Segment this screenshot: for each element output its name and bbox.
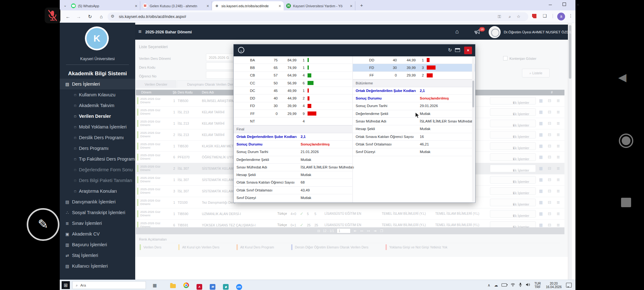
sidebar-item[interactable]: ▤ Ders İşlemleri <box>60 79 135 89</box>
row-schedule-icon[interactable]: ▦ <box>539 163 543 174</box>
password-key-icon[interactable]: ⚿ <box>498 14 501 19</box>
user-avatar[interactable] <box>489 26 501 38</box>
row-schedule-icon[interactable]: ▦ <box>539 141 543 152</box>
sidebar-item[interactable]: ▣ Akademik CV <box>60 229 135 239</box>
tab-verilen-dersler[interactable]: Verilen Dersler <box>136 80 176 88</box>
tab-close-icon[interactable]: × <box>279 4 281 8</box>
browser-tab[interactable]: ⊕ sis.kayseri.edu.tr/oibs/acd/inde × <box>212 1 284 10</box>
back-button[interactable]: ← <box>64 13 72 20</box>
ek-islemler-button[interactable]: Ek İşlemler ▾ <box>490 120 536 127</box>
grade-row[interactable]: FD 30 39,99 4 <box>234 102 352 110</box>
mic-muted-overlay[interactable] <box>45 8 60 23</box>
row-print-icon[interactable]: ⊟ <box>548 107 551 118</box>
onedrive-cloud-icon[interactable]: ☁ <box>494 283 498 287</box>
row-schedule-icon[interactable]: ▦ <box>539 197 543 208</box>
row-print-icon[interactable]: ⊟ <box>548 186 551 197</box>
browser-tab[interactable]: ☎ (5) WhatsApp × <box>69 1 140 10</box>
last-page-icon[interactable]: ↠ <box>374 229 377 233</box>
prev-page-icon[interactable]: ↢ <box>360 229 364 233</box>
menu-hamburger-icon[interactable]: ≡ <box>138 29 142 35</box>
sidebar-item[interactable]: ▥ Başvuru İşlemleri <box>60 239 135 250</box>
language-indicator[interactable]: TURTRF <box>534 282 541 289</box>
browser-tab[interactable]: M Gelen Kutusu (3.248) - ahmetn × <box>140 1 212 10</box>
app-icon[interactable]: ◆ <box>222 281 230 289</box>
extensions-icon[interactable]: ❑ <box>543 13 547 18</box>
row-list-icon[interactable]: ≣ <box>557 129 560 140</box>
home-button[interactable]: ⌂ <box>97 13 105 20</box>
profile-avatar[interactable]: a <box>557 13 565 20</box>
modal-scrollbar[interactable] <box>472 56 475 202</box>
page-select[interactable]: 1 <box>337 228 351 233</box>
forward-button[interactable]: → <box>75 13 82 20</box>
sidebar-item[interactable]: ⇄ Staj İşlemleri <box>60 250 135 261</box>
task-view-icon[interactable]: ▦ <box>151 281 158 289</box>
grade-row[interactable]: FD 30 39,99 3 <box>353 64 475 71</box>
sidebar-item[interactable]: □ Verilen Dersler <box>60 111 135 122</box>
window-minimize-button[interactable] <box>543 0 557 9</box>
pdf-extension-icon[interactable] <box>531 13 537 19</box>
quota-checkbox[interactable] <box>503 56 508 60</box>
row-schedule-icon[interactable]: ▦ <box>539 174 543 185</box>
row-print-icon[interactable]: ⊟ <box>548 129 551 140</box>
page-scrollbar[interactable] <box>568 23 572 280</box>
android-home-button[interactable] <box>619 134 633 148</box>
speaker-icon[interactable] <box>526 283 530 287</box>
row-list-icon[interactable]: ≣ <box>557 95 560 106</box>
row-schedule-icon[interactable]: ▦ <box>539 152 543 163</box>
modal-refresh-icon[interactable]: ↻ <box>448 47 452 53</box>
sidebar-item[interactable]: □ Mobil Yoklama İşlemleri <box>60 122 135 132</box>
clock[interactable]: 20:2016.04.2026 <box>546 282 562 289</box>
grade-row[interactable]: DD 40 44,99 1 <box>353 56 475 64</box>
copy-icon[interactable]: ❐ <box>380 229 383 233</box>
zoom-app-icon[interactable]: zm <box>235 281 243 289</box>
grade-row[interactable]: CB 57 64,99 4 <box>234 72 352 79</box>
sidebar-item[interactable]: □ Değerlendirme Form Sonu <box>60 164 135 175</box>
sidebar-item[interactable]: □ Derslik Ders Programı <box>60 132 135 143</box>
row-list-icon[interactable]: ≣ <box>557 163 560 174</box>
first-page-icon[interactable]: ↞ <box>353 229 357 233</box>
modal-close-button[interactable]: × <box>464 47 472 54</box>
chrome-menu-icon[interactable]: ⋮ <box>569 13 573 18</box>
listele-button[interactable]: ⌕ Listele <box>522 69 550 77</box>
user-name[interactable]: Dr.Öğretim Üyesi AHMET NUSRET ÖZDİL <box>504 30 572 34</box>
ek-islemler-button[interactable]: Ek İşlemler ▾ <box>490 165 536 172</box>
bookmark-star-icon[interactable]: ☆ <box>517 14 520 19</box>
file-explorer-icon[interactable] <box>169 281 177 289</box>
address-bar[interactable]: ⚙ sis.kayseri.edu.tr/oibs/acd/index.aspx… <box>108 12 528 21</box>
grade-row[interactable]: NT 4 <box>234 117 352 125</box>
grade-row[interactable]: FF 0 29,99 9 <box>234 110 352 117</box>
android-back-button[interactable]: ◀ <box>618 71 626 83</box>
row-print-icon[interactable]: ⊟ <box>548 197 551 208</box>
app-home-icon[interactable]: ⌂ <box>455 28 459 35</box>
sidebar-item[interactable]: □ Tıp Fakültesi Ders Program <box>60 154 135 164</box>
row-list-icon[interactable]: ≣ <box>557 141 560 152</box>
tab-search-icon[interactable]: ⌄ <box>62 3 68 8</box>
start-button[interactable]: ⊞ <box>62 281 70 289</box>
taskbar-search[interactable]: ⌕Ara <box>72 281 146 289</box>
sidebar-item[interactable]: ∴ Sosyal Transkript İşlemleri <box>60 207 135 218</box>
row-list-icon[interactable]: ≣ <box>557 197 560 208</box>
grade-row[interactable]: BA 75 84,99 1 <box>234 56 352 64</box>
row-list-icon[interactable]: ≣ <box>557 208 560 219</box>
course-row[interactable]: 2025-2026 Güz Dönemi 1 TIB590 UZMANLIK A… <box>136 208 564 220</box>
ek-islemler-button[interactable]: Ek İşlemler ▾ <box>490 210 536 218</box>
grade-row[interactable]: BB 65 74,99 1 <box>234 64 352 71</box>
window-close-button[interactable]: × <box>571 0 585 9</box>
modal-scrollbar-thumb[interactable] <box>472 81 474 107</box>
row-list-icon[interactable]: ≣ <box>557 152 560 163</box>
row-list-icon[interactable]: ≣ <box>557 118 560 129</box>
row-print-icon[interactable]: ⊟ <box>548 152 551 163</box>
sidebar-item[interactable]: □ Kullanım Kılavuzu <box>60 89 135 100</box>
row-schedule-icon[interactable]: ▦ <box>539 107 543 118</box>
ek-islemler-button[interactable]: Ek İşlemler ▾ <box>490 199 536 206</box>
ek-islemler-button[interactable]: Ek İşlemler ▾ <box>490 131 536 139</box>
sidebar-item[interactable]: □ Akademik Takvim <box>60 100 135 111</box>
row-list-icon[interactable]: ≣ <box>557 174 560 185</box>
tab-close-icon[interactable]: × <box>350 4 353 8</box>
chrome-taskbar-icon[interactable] <box>182 281 190 289</box>
grade-row[interactable]: CC 50 56,99 6 <box>234 79 352 87</box>
site-settings-icon[interactable]: ⚙ <box>111 14 114 19</box>
row-print-icon[interactable]: ⊟ <box>548 118 551 129</box>
sidebar-item[interactable]: □ Ders Bilgi Paketi Tanımları <box>60 175 135 186</box>
zoom-out-icon[interactable]: ⌕ <box>509 14 511 19</box>
